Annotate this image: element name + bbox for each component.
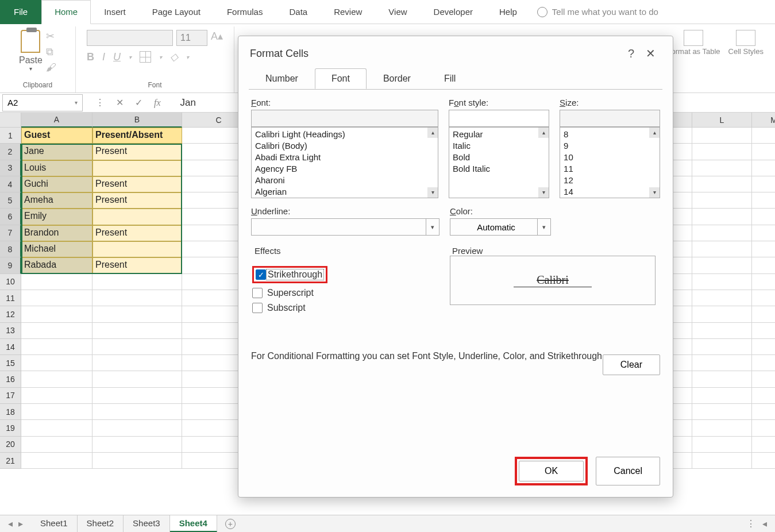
list-item[interactable]: Bold — [453, 152, 545, 163]
format-as-table-button[interactable]: Format as Table — [667, 30, 720, 56]
row-header[interactable]: 19 — [0, 420, 21, 436]
cell[interactable] — [92, 388, 182, 404]
dlg-tab-font[interactable]: Font — [315, 68, 367, 89]
row-header[interactable]: 9 — [0, 257, 21, 273]
fx-icon[interactable]: fx — [154, 98, 161, 108]
tab-review[interactable]: Review — [321, 0, 375, 24]
cell[interactable]: Present — [92, 144, 182, 160]
copy-icon[interactable]: ⧉ — [46, 46, 56, 58]
cell[interactable] — [752, 241, 775, 257]
accept-entry-icon[interactable]: ✓ — [135, 97, 142, 108]
cell[interactable] — [752, 290, 775, 306]
cell[interactable] — [92, 355, 182, 371]
cell[interactable]: Jane — [21, 144, 92, 160]
cell[interactable] — [752, 160, 775, 176]
cell[interactable] — [752, 209, 775, 225]
list-item[interactable]: Aharoni — [255, 175, 434, 186]
cell[interactable] — [752, 404, 775, 420]
cell[interactable] — [21, 306, 92, 322]
list-item[interactable]: 11 — [564, 163, 656, 175]
cell[interactable] — [92, 453, 182, 469]
cell[interactable]: Guchi — [21, 176, 92, 192]
superscript-checkbox[interactable] — [252, 288, 263, 298]
cell[interactable] — [692, 290, 752, 306]
add-sheet-button[interactable]: + — [225, 519, 236, 529]
row-header[interactable]: 10 — [0, 274, 21, 290]
cell[interactable]: Present — [92, 257, 182, 273]
sheet-nav-next-icon[interactable]: ▸ — [18, 518, 23, 529]
strikethrough-checkbox[interactable]: ✓ — [256, 269, 266, 280]
borders-icon[interactable] — [140, 51, 151, 63]
cell[interactable] — [692, 453, 752, 469]
col-header[interactable]: M — [752, 113, 775, 128]
list-item[interactable]: 14 — [564, 186, 656, 198]
cell[interactable] — [752, 388, 775, 404]
cell[interactable] — [92, 371, 182, 387]
cell[interactable] — [752, 225, 775, 241]
cell[interactable] — [692, 404, 752, 420]
format-painter-icon[interactable]: 🖌 — [46, 61, 56, 74]
cell[interactable] — [92, 404, 182, 420]
cell[interactable] — [692, 437, 752, 453]
font-listbox[interactable]: ▴ ▾ Calibri Light (Headings)Calibri (Bod… — [251, 127, 438, 198]
row-header[interactable]: 4 — [0, 176, 21, 192]
row-header[interactable]: 20 — [0, 437, 21, 453]
formula-input[interactable]: Jan — [171, 97, 196, 109]
tab-view[interactable]: View — [375, 0, 420, 24]
more-icon[interactable]: ⋮ — [95, 97, 105, 108]
fill-color-icon[interactable]: ◇ — [170, 51, 178, 63]
cell[interactable] — [752, 257, 775, 273]
scroll-up-icon[interactable]: ▴ — [538, 128, 549, 138]
dlg-tab-fill[interactable]: Fill — [427, 68, 472, 89]
sheet-nav-prev-icon[interactable]: ◂ — [8, 518, 13, 529]
row-header[interactable]: 8 — [0, 241, 21, 257]
scroll-down-icon[interactable]: ▾ — [538, 187, 549, 198]
list-item[interactable]: 10 — [564, 152, 656, 163]
cell[interactable] — [21, 437, 92, 453]
col-header[interactable]: B — [92, 113, 182, 128]
cell[interactable] — [21, 453, 92, 469]
sheet-tab-sheet1[interactable]: Sheet1 — [31, 515, 78, 532]
row-header[interactable]: 2 — [0, 144, 21, 160]
cell[interactable] — [92, 241, 182, 257]
cell[interactable] — [92, 323, 182, 339]
underline-combo[interactable]: ▾ — [251, 218, 439, 236]
cell[interactable] — [92, 160, 182, 176]
paste-button[interactable]: Paste ▾ — [19, 30, 43, 72]
cell[interactable] — [752, 339, 775, 355]
tab-file[interactable]: File — [0, 0, 41, 24]
list-item[interactable]: 8 — [564, 129, 656, 140]
tab-help[interactable]: Help — [486, 0, 530, 24]
tab-home[interactable]: Home — [41, 0, 91, 24]
list-item[interactable]: Algerian — [255, 186, 434, 198]
tell-me[interactable]: Tell me what you want to do — [537, 7, 658, 17]
sheet-tab-sheet3[interactable]: Sheet3 — [124, 515, 170, 532]
cell[interactable]: Ameha — [21, 192, 92, 209]
cell[interactable] — [752, 420, 775, 436]
col-header[interactable]: L — [692, 113, 752, 128]
row-header[interactable]: 6 — [0, 209, 21, 225]
list-item[interactable]: Bold Italic — [453, 163, 545, 175]
cell[interactable] — [21, 355, 92, 371]
cell[interactable] — [92, 339, 182, 355]
tab-options-icon[interactable]: ⋮ — [746, 518, 755, 529]
close-icon[interactable]: ✕ — [640, 47, 661, 60]
row-header[interactable]: 3 — [0, 160, 21, 176]
sheet-tab-sheet4[interactable]: Sheet4 — [170, 515, 217, 532]
cell[interactable] — [752, 371, 775, 387]
cell[interactable] — [692, 355, 752, 371]
font-size-select[interactable]: 11 — [176, 30, 207, 46]
cell[interactable] — [21, 420, 92, 436]
size-listbox[interactable]: ▴ ▾ 8910111214 — [560, 127, 660, 198]
tab-developer[interactable]: Developer — [421, 0, 486, 24]
cell[interactable] — [21, 323, 92, 339]
dlg-tab-number[interactable]: Number — [249, 68, 315, 89]
tab-page-layout[interactable]: Page Layout — [139, 0, 214, 24]
cell[interactable] — [92, 306, 182, 322]
cell[interactable]: Brandon — [21, 225, 92, 241]
cell[interactable] — [752, 274, 775, 290]
cell[interactable] — [692, 176, 752, 192]
row-header[interactable]: 11 — [0, 290, 21, 306]
cell[interactable] — [21, 371, 92, 387]
scroll-down-icon[interactable]: ▾ — [649, 187, 660, 198]
